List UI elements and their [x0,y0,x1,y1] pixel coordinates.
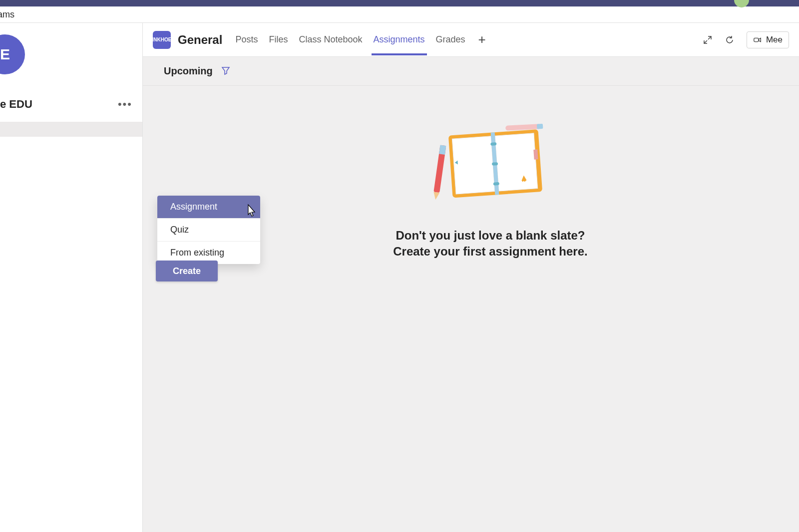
team-name: e EDU [0,98,32,111]
svg-rect-9 [493,182,499,186]
channel-list-selected[interactable] [0,122,142,137]
svg-rect-2 [537,124,543,129]
header-actions: Mee [703,31,789,48]
meet-button[interactable]: Mee [747,31,789,48]
tab-posts[interactable]: Posts [233,24,260,55]
more-icon[interactable]: ••• [118,98,132,111]
svg-rect-0 [754,38,759,41]
subheader-title: Upcoming [164,65,213,77]
menu-item-quiz[interactable]: Quiz [157,219,260,242]
video-icon [753,35,762,44]
create-menu: Assignment Quiz From existing [157,196,260,264]
app-header: eams [0,6,799,23]
svg-rect-7 [490,142,496,146]
reload-icon[interactable] [725,35,735,45]
expand-icon[interactable] [703,35,713,45]
tab-files[interactable]: Files [267,24,290,55]
sidebar: E e EDU ••• [0,23,143,532]
tab-assignments[interactable]: Assignments [372,24,427,55]
notebook-illustration [433,123,548,203]
teams-label: eams [0,9,14,20]
menu-item-assignment[interactable]: Assignment [157,196,260,219]
tab-grades[interactable]: Grades [434,24,467,55]
svg-rect-8 [492,162,498,166]
team-avatar-large[interactable]: E [0,34,25,74]
team-avatar-letter: E [0,46,10,63]
create-button[interactable]: Create [156,261,218,281]
slate-line1: Don't you just love a blank slate? [393,228,587,244]
titlebar [0,0,799,6]
tab-class-notebook[interactable]: Class Notebook [297,24,364,55]
channel-avatar-text: INKHOE [152,37,172,42]
team-row[interactable]: e EDU ••• [0,94,142,115]
svg-rect-10 [533,149,538,160]
filter-icon[interactable] [221,65,231,77]
main-layout: E e EDU ••• INKHOE General Posts Files C… [0,23,799,532]
channel-avatar[interactable]: INKHOE [153,31,171,49]
user-avatar-top[interactable] [734,0,749,7]
blank-slate: Don't you just love a blank slate? Creat… [393,123,587,260]
svg-rect-4 [452,136,495,194]
slate-line2: Create your first assignment here. [393,244,587,260]
channel-header: INKHOE General Posts Files Class Noteboo… [143,23,799,57]
add-tab-icon[interactable]: + [474,32,490,47]
assignments-subheader: Upcoming [143,57,799,86]
meet-label: Mee [766,35,783,45]
svg-rect-12 [439,145,446,154]
blank-slate-text: Don't you just love a blank slate? Creat… [393,228,587,260]
channel-title: General [178,33,222,47]
content-area: INKHOE General Posts Files Class Noteboo… [143,23,799,532]
svg-rect-5 [495,133,538,191]
